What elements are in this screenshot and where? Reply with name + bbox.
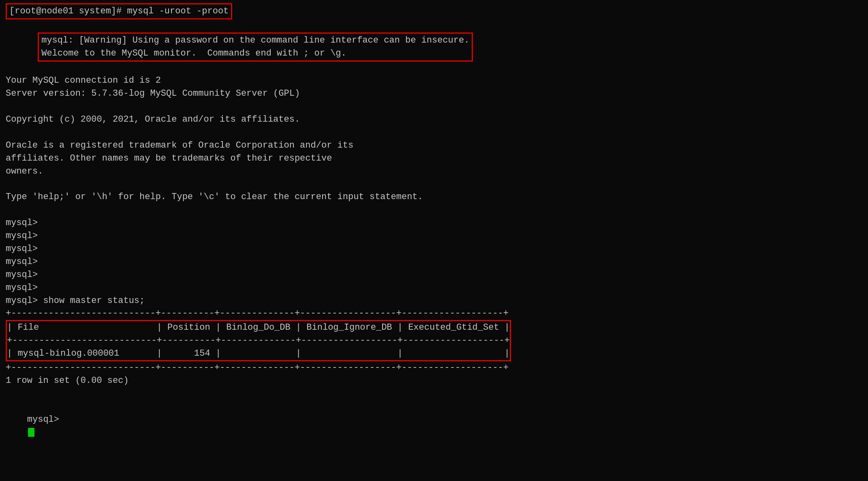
blank2 <box>6 126 862 139</box>
table-sep-1: +---------------------------+----------+… <box>6 307 862 320</box>
table-sep-3: +---------------------------+----------+… <box>6 361 862 374</box>
prompt-text: [root@node01 system]# mysql -uroot -proo… <box>9 6 229 16</box>
oracle-line3: owners. <box>6 165 862 178</box>
terminal-cursor <box>28 428 34 437</box>
mysql-show-cmd: mysql> show master status; <box>6 294 862 307</box>
blank1 <box>6 100 862 113</box>
table-sep-2: +---------------------------+----------+… <box>7 334 510 347</box>
mysql-prompt-6[interactable]: mysql> <box>6 281 862 294</box>
result-line: 1 row in set (0.00 sec) <box>6 374 862 387</box>
blank5 <box>6 387 862 400</box>
table-header: | File | Position | Binlog_Do_DB | Binlo… <box>7 321 510 334</box>
mysql-last-prompt[interactable]: mysql> <box>6 400 862 452</box>
connection-line: Your MySQL connection id is 2 <box>6 74 862 87</box>
mysql-prompt-5[interactable]: mysql> <box>6 268 862 281</box>
mysql-prompt-2[interactable]: mysql> <box>6 230 862 243</box>
table-data-row: | mysql-binlog.000001 | 154 | | | | <box>7 347 510 360</box>
table-highlight-box: | File | Position | Binlog_Do_DB | Binlo… <box>6 320 511 361</box>
copyright-line: Copyright (c) 2000, 2021, Oracle and/or … <box>6 113 862 126</box>
mysql-prompt-3[interactable]: mysql> <box>6 243 862 256</box>
oracle-line1: Oracle is a registered trademark of Orac… <box>6 139 862 152</box>
oracle-line2: affiliates. Other names may be trademark… <box>6 152 862 165</box>
blank3 <box>6 178 862 191</box>
warning-line: mysql: [Warning] Using a password on the… <box>6 19 862 75</box>
terminal: [root@node01 system]# mysql -uroot -proo… <box>6 3 862 481</box>
help-line: Type 'help;' or '\h' for help. Type '\c'… <box>6 191 862 204</box>
mysql-prompt-1[interactable]: mysql> <box>6 217 862 230</box>
blank4 <box>6 204 862 217</box>
version-line: Server version: 5.7.36-log MySQL Communi… <box>6 87 862 100</box>
mysql-prompt-4[interactable]: mysql> <box>6 256 862 268</box>
prompt-line: [root@node01 system]# mysql -uroot -proo… <box>6 6 232 16</box>
